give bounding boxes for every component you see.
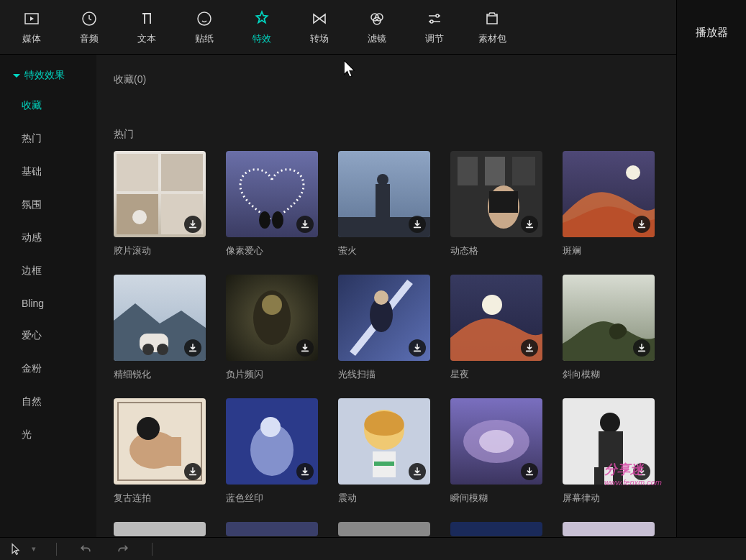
download-icon[interactable]: [633, 463, 650, 480]
svg-point-43: [600, 413, 620, 433]
download-icon[interactable]: [184, 216, 201, 233]
effect-card[interactable]: 复古连拍: [114, 398, 206, 505]
svg-rect-18: [458, 157, 478, 185]
effect-label: 复古连拍: [114, 492, 206, 505]
download-icon[interactable]: [296, 216, 314, 233]
tab-filter[interactable]: 滤镜: [348, 0, 406, 55]
sidebar-item-natural[interactable]: 自然: [0, 385, 96, 418]
download-icon[interactable]: [521, 339, 538, 357]
sidebar-item-favorites[interactable]: 收藏: [0, 89, 96, 122]
tab-adjust[interactable]: 调节: [406, 0, 463, 55]
tab-effect[interactable]: 特效: [233, 0, 291, 55]
tab-audio[interactable]: 音频: [60, 0, 118, 55]
tab-text[interactable]: 文本: [118, 0, 176, 55]
adjust-icon: [425, 9, 444, 28]
download-icon[interactable]: [296, 463, 314, 480]
text-icon: [137, 9, 156, 28]
download-icon[interactable]: [409, 339, 426, 357]
player-title: 播放器: [696, 26, 728, 38]
download-icon[interactable]: [296, 339, 314, 357]
redo-icon[interactable]: [114, 541, 132, 558]
sidebar-item-hot[interactable]: 热门: [0, 122, 96, 155]
undo-icon[interactable]: [77, 541, 94, 558]
effect-card[interactable]: 胶片滚动: [114, 151, 206, 257]
download-icon[interactable]: [521, 463, 538, 480]
sidebar-item-atmosphere[interactable]: 氛围: [0, 188, 96, 221]
sidebar-header[interactable]: 特效效果: [0, 62, 96, 89]
effect-label: 光线扫描: [338, 368, 430, 381]
sidebar-item-bling[interactable]: Bling: [0, 288, 96, 319]
effects-content[interactable]: 收藏(0) 热门 胶片滚动 像素爱心 萤火: [96, 55, 676, 537]
selection-tool-icon[interactable]: [7, 541, 24, 558]
sidebar-item-basic[interactable]: 基础: [0, 155, 96, 188]
effect-card[interactable]: 蓝色丝印: [226, 398, 318, 505]
effect-icon: [253, 9, 271, 28]
svg-point-2: [198, 12, 211, 25]
tab-sticker[interactable]: 贴纸: [176, 0, 233, 55]
svg-rect-22: [489, 191, 518, 213]
svg-point-12: [132, 210, 147, 224]
effects-sidebar: 特效效果 收藏 热门 基础 氛围 动感 边框 Bling 爱心 金粉 自然 光: [0, 55, 96, 537]
bottom-toolbar: ▾: [0, 537, 746, 560]
effects-grid: 胶片滚动 像素爱心 萤火 动态格: [114, 151, 659, 536]
effect-label: 斜向模糊: [563, 368, 655, 381]
effect-card[interactable]: 屏幕律动: [563, 398, 655, 505]
effect-card[interactable]: 负片频闪: [226, 275, 318, 381]
download-icon[interactable]: [521, 216, 538, 233]
sidebar-item-heart[interactable]: 爱心: [0, 319, 96, 352]
svg-point-37: [260, 417, 281, 437]
effect-card[interactable]: 萤火: [338, 151, 430, 257]
download-icon[interactable]: [633, 216, 650, 233]
effect-label: 胶片滚动: [114, 244, 206, 257]
effect-card[interactable]: 光线扫描: [338, 275, 430, 381]
effect-label: 像素爱心: [226, 244, 318, 257]
sidebar-item-gold[interactable]: 金粉: [0, 352, 96, 385]
effect-label: 斑斓: [563, 244, 655, 257]
effect-card[interactable]: 精细锐化: [114, 275, 206, 381]
tab-label: 调节: [425, 32, 444, 45]
download-icon[interactable]: [409, 463, 426, 480]
svg-rect-8: [117, 154, 158, 191]
sidebar-item-frame[interactable]: 边框: [0, 254, 96, 288]
effect-card[interactable]: [226, 522, 318, 536]
effect-label: 星夜: [450, 368, 542, 381]
tab-transition[interactable]: 转场: [291, 0, 348, 55]
tab-label: 素材包: [478, 32, 506, 45]
effect-card[interactable]: [114, 522, 206, 536]
effect-card[interactable]: 斑斓: [563, 151, 655, 257]
svg-point-28: [262, 295, 282, 315]
effect-label: 瞬间模糊: [450, 492, 542, 505]
tab-material[interactable]: 素材包: [463, 0, 521, 55]
effect-card[interactable]: [450, 522, 542, 536]
download-icon[interactable]: [184, 339, 201, 357]
tab-media[interactable]: 媒体: [3, 0, 60, 55]
effect-card[interactable]: 震动: [338, 398, 430, 505]
sidebar-item-light[interactable]: 光: [0, 418, 96, 451]
media-icon: [22, 9, 41, 28]
tab-label: 贴纸: [195, 32, 214, 45]
download-icon[interactable]: [633, 339, 650, 357]
svg-rect-9: [161, 154, 203, 191]
material-icon: [483, 9, 501, 28]
effect-card[interactable]: 像素爱心: [226, 151, 318, 257]
divider: [152, 543, 153, 556]
effect-card[interactable]: [338, 522, 430, 536]
effect-card[interactable]: 星夜: [450, 275, 542, 381]
svg-rect-35: [155, 437, 181, 466]
effect-card[interactable]: 动态格: [450, 151, 542, 257]
svg-point-13: [259, 211, 270, 229]
effect-label: 动态格: [450, 244, 542, 257]
svg-rect-44: [599, 431, 623, 467]
effect-card[interactable]: [563, 522, 655, 536]
tab-label: 滤镜: [368, 32, 386, 45]
svg-point-26: [157, 344, 168, 355]
download-icon[interactable]: [409, 216, 426, 233]
svg-point-23: [626, 165, 640, 180]
sidebar-item-dynamic[interactable]: 动感: [0, 221, 96, 254]
hot-section-title: 热门: [114, 128, 659, 141]
top-tabs: 媒体 音频 文本 贴纸 特效 转场: [0, 0, 676, 55]
download-icon[interactable]: [184, 463, 201, 480]
effect-card[interactable]: 瞬间模糊: [450, 398, 542, 505]
svg-rect-45: [594, 467, 604, 485]
effect-card[interactable]: 斜向模糊: [563, 275, 655, 381]
